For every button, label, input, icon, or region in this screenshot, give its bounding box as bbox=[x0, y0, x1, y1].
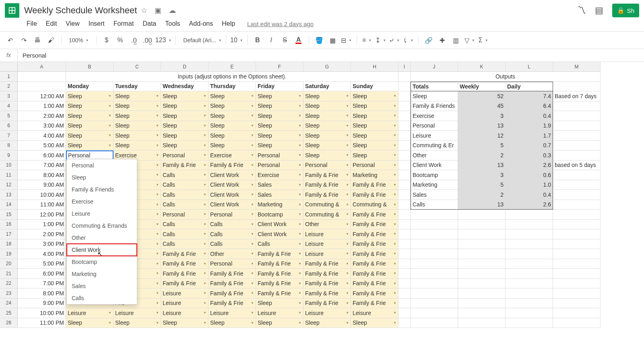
schedule-cell[interactable]: Sleep bbox=[114, 131, 161, 141]
row-header[interactable]: 14 bbox=[0, 200, 18, 210]
cell[interactable] bbox=[506, 299, 553, 309]
cell[interactable] bbox=[398, 111, 411, 121]
wrap-button[interactable]: ⤶ bbox=[388, 34, 400, 46]
schedule-cell[interactable]: Calls bbox=[208, 220, 256, 230]
col-header[interactable]: H bbox=[351, 62, 398, 72]
col-header[interactable]: M bbox=[553, 62, 601, 72]
cell[interactable] bbox=[506, 279, 553, 289]
halign-button[interactable]: ≡ bbox=[361, 34, 373, 46]
cell[interactable] bbox=[398, 161, 411, 171]
schedule-cell[interactable]: Sleep bbox=[351, 150, 398, 161]
menu-edit[interactable]: Edit bbox=[46, 20, 57, 27]
dec-increase-button[interactable]: .00̲ bbox=[142, 34, 154, 46]
col-header[interactable]: F bbox=[256, 62, 303, 72]
schedule-cell[interactable]: Marketing bbox=[256, 200, 303, 210]
schedule-cell[interactable]: Sleep bbox=[351, 131, 398, 141]
menu-data[interactable]: Data bbox=[142, 20, 156, 27]
schedule-cell[interactable]: Family & Frie bbox=[303, 279, 351, 289]
cell[interactable] bbox=[553, 299, 601, 309]
col-header[interactable]: B bbox=[66, 62, 114, 72]
schedule-cell[interactable]: Family & Frie bbox=[351, 190, 398, 200]
schedule-cell[interactable]: Sleep bbox=[66, 121, 114, 131]
schedule-cell[interactable]: Sleep bbox=[256, 101, 303, 111]
cell[interactable] bbox=[458, 239, 506, 249]
row-header[interactable]: 11 bbox=[0, 170, 18, 180]
row-header[interactable]: 4 bbox=[0, 101, 18, 111]
cloud-icon[interactable]: ☁ bbox=[169, 6, 176, 15]
schedule-cell[interactable]: Family & Frie bbox=[256, 279, 303, 289]
cell[interactable] bbox=[411, 279, 458, 289]
cell[interactable] bbox=[458, 269, 506, 279]
row-header[interactable]: 17 bbox=[0, 229, 18, 239]
cell[interactable] bbox=[506, 239, 553, 249]
schedule-cell[interactable]: Sleep bbox=[114, 101, 161, 111]
row-header[interactable]: 6 bbox=[0, 121, 18, 131]
cell[interactable] bbox=[398, 279, 411, 289]
schedule-cell[interactable]: Client Work bbox=[208, 180, 256, 190]
schedule-cell[interactable]: Family & Frie bbox=[351, 299, 398, 309]
menu-view[interactable]: View bbox=[66, 20, 79, 27]
schedule-cell[interactable]: Sleep bbox=[256, 121, 303, 131]
cell[interactable] bbox=[458, 299, 506, 309]
cell[interactable] bbox=[553, 279, 601, 289]
schedule-cell[interactable]: Leisure bbox=[208, 308, 256, 318]
italic-button[interactable]: I bbox=[265, 34, 277, 46]
schedule-cell[interactable]: Sleep bbox=[114, 121, 161, 131]
schedule-cell[interactable]: Family & Frie bbox=[351, 279, 398, 289]
schedule-cell[interactable]: Leisure bbox=[303, 249, 351, 259]
schedule-cell[interactable]: Sleep bbox=[208, 101, 256, 111]
schedule-cell[interactable]: Calls bbox=[161, 170, 208, 180]
schedule-cell[interactable]: Client Work bbox=[256, 220, 303, 230]
schedule-cell[interactable]: Sleep bbox=[66, 101, 114, 111]
row-header[interactable]: 18 bbox=[0, 239, 18, 249]
cell[interactable] bbox=[398, 288, 411, 299]
schedule-cell[interactable]: Calls bbox=[161, 190, 208, 200]
menu-tools[interactable]: Tools bbox=[165, 20, 180, 27]
schedule-cell[interactable]: Sleep bbox=[114, 318, 161, 328]
schedule-cell[interactable]: Sleep bbox=[351, 318, 398, 328]
cell[interactable] bbox=[18, 82, 66, 92]
col-header[interactable]: K bbox=[458, 62, 506, 72]
schedule-cell[interactable]: Marketing bbox=[351, 170, 398, 180]
sheets-logo[interactable] bbox=[5, 3, 19, 18]
schedule-cell[interactable]: Sleep bbox=[161, 111, 208, 121]
schedule-cell[interactable]: Sleep bbox=[161, 101, 208, 111]
col-header[interactable]: G bbox=[303, 62, 351, 72]
row-header[interactable]: 15 bbox=[0, 210, 18, 220]
schedule-cell[interactable]: Sleep bbox=[208, 111, 256, 121]
cell[interactable] bbox=[458, 308, 506, 318]
cell[interactable] bbox=[506, 249, 553, 259]
schedule-cell[interactable]: Leisure bbox=[351, 308, 398, 318]
schedule-cell[interactable]: Sleep bbox=[161, 141, 208, 151]
schedule-cell[interactable]: Sleep bbox=[161, 91, 208, 101]
schedule-cell[interactable]: Sleep bbox=[114, 111, 161, 121]
cell[interactable] bbox=[506, 229, 553, 239]
row-header[interactable]: 24 bbox=[0, 299, 18, 309]
schedule-cell[interactable]: Client Work bbox=[208, 170, 256, 180]
move-icon[interactable]: ▣ bbox=[155, 6, 161, 15]
cell[interactable] bbox=[458, 259, 506, 269]
schedule-cell[interactable]: Sleep bbox=[66, 111, 114, 121]
schedule-cell[interactable]: Sleep bbox=[351, 91, 398, 101]
menu-file[interactable]: File bbox=[27, 20, 37, 27]
schedule-cell[interactable]: Commuting & bbox=[303, 210, 351, 220]
schedule-cell[interactable]: Personal bbox=[256, 150, 303, 161]
col-header[interactable]: C bbox=[114, 62, 161, 72]
chart-button[interactable]: ▥ bbox=[450, 34, 462, 46]
row-header[interactable]: 2 bbox=[0, 82, 18, 92]
row-header[interactable]: 13 bbox=[0, 190, 18, 200]
cell[interactable] bbox=[411, 269, 458, 279]
schedule-cell[interactable]: Sales bbox=[256, 190, 303, 200]
schedule-cell[interactable]: Calls bbox=[161, 220, 208, 230]
schedule-cell[interactable]: Sleep bbox=[351, 121, 398, 131]
schedule-cell[interactable]: Sleep bbox=[256, 91, 303, 101]
schedule-cell[interactable]: Family & Frie bbox=[303, 180, 351, 190]
schedule-cell[interactable]: Sleep bbox=[161, 318, 208, 328]
functions-button[interactable]: Σ bbox=[477, 34, 489, 46]
schedule-cell[interactable]: Calls bbox=[161, 239, 208, 249]
schedule-cell[interactable]: Family & Frie bbox=[161, 161, 208, 171]
cell[interactable] bbox=[553, 288, 601, 299]
schedule-cell[interactable]: Sleep bbox=[208, 318, 256, 328]
schedule-cell[interactable]: Family & Frie bbox=[351, 259, 398, 269]
cell[interactable] bbox=[398, 220, 411, 230]
